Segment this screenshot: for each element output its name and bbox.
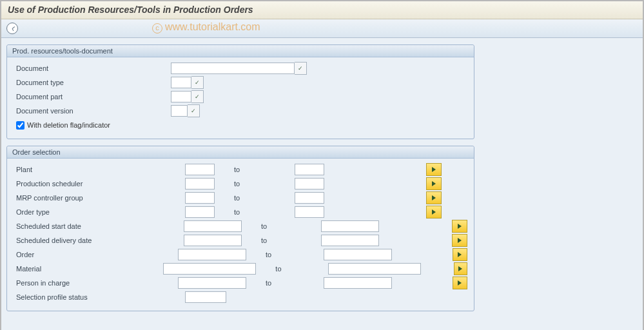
order-row-sel_profile: Selection profile status — [14, 290, 467, 304]
sched_start-to-input[interactable] — [321, 220, 379, 232]
order-label: Order — [14, 251, 178, 258]
deletion-flag-checkbox[interactable] — [16, 121, 24, 130]
material-to-input[interactable] — [328, 263, 421, 275]
plant-to-label: to — [215, 166, 295, 173]
deletion-flag-label: With deletion flag/indicator — [27, 121, 110, 129]
plant-from-input[interactable] — [185, 164, 215, 175]
document-label: Document — [14, 64, 171, 72]
order_type-to-label: to — [215, 208, 295, 216]
sched_delivery-to-input[interactable] — [321, 235, 379, 246]
person-multiselect-button[interactable] — [453, 277, 467, 289]
document-input[interactable] — [171, 63, 295, 74]
order_type-to-input[interactable] — [295, 206, 324, 218]
sched_start-multiselect-button[interactable] — [452, 220, 467, 233]
doc-version-label: Document version — [14, 107, 171, 115]
person-to-label: to — [246, 279, 324, 287]
sched_delivery-multiselect-button[interactable] — [452, 234, 467, 247]
order-multiselect-button[interactable] — [453, 248, 467, 261]
mrp_group-multiselect-button[interactable] — [426, 191, 442, 204]
doc-part-input[interactable] — [171, 91, 191, 102]
sched_start-label: Scheduled start date — [14, 222, 184, 230]
prod_scheduler-to-input[interactable] — [295, 178, 324, 189]
sel_profile-label: Selection profile status — [14, 293, 185, 301]
order_type-from-input[interactable] — [185, 206, 215, 218]
sel_profile-from-input[interactable] — [185, 291, 226, 303]
order-row-order_type: Order typeto — [14, 205, 467, 219]
sched_delivery-to-label: to — [242, 237, 321, 244]
person-label: Person in charge — [14, 279, 178, 287]
mrp_group-to-input[interactable] — [295, 192, 324, 204]
order-row-order: Orderto — [14, 248, 467, 262]
sched_start-from-input[interactable] — [184, 220, 242, 232]
order-row-person: Person in chargeto — [14, 276, 467, 290]
execute-icon[interactable] — [6, 23, 18, 34]
toolbar — [1, 19, 643, 38]
doc-version-input[interactable] — [171, 105, 188, 117]
order-row-plant: Plantto — [14, 162, 467, 177]
arrow-right-icon — [432, 195, 436, 200]
doc-type-label: Document type — [14, 79, 171, 86]
material-to-label: to — [256, 265, 328, 273]
arrow-right-icon — [458, 224, 462, 229]
plant-multiselect-button[interactable] — [426, 163, 442, 176]
material-multiselect-button[interactable] — [454, 262, 467, 275]
arrow-right-icon — [432, 167, 436, 172]
prod_scheduler-from-input[interactable] — [185, 178, 215, 189]
person-from-input[interactable] — [178, 277, 246, 289]
group-doc: Prod. resources/tools-document Document … — [6, 44, 474, 139]
order-row-mrp_group: MRP controller groupto — [14, 191, 467, 205]
doc-part-matchcode-icon[interactable]: ✓ — [191, 90, 204, 103]
doc-part-label: Document part — [14, 93, 171, 101]
prod_scheduler-label: Production scheduler — [14, 180, 185, 188]
document-matchcode-icon[interactable]: ✓ — [295, 62, 307, 75]
arrow-right-icon — [458, 280, 462, 286]
plant-label: Plant — [14, 166, 185, 173]
order-row-sched_delivery: Scheduled delivery dateto — [14, 233, 467, 248]
arrow-right-icon — [458, 266, 462, 271]
person-to-input[interactable] — [324, 277, 392, 289]
mrp_group-label: MRP controller group — [14, 194, 185, 202]
mrp_group-from-input[interactable] — [185, 192, 215, 204]
doc-type-matchcode-icon[interactable]: ✓ — [191, 76, 204, 89]
arrow-right-icon — [432, 209, 436, 215]
material-label: Material — [14, 265, 163, 273]
sched_start-to-label: to — [242, 222, 321, 230]
sched_delivery-from-input[interactable] — [184, 235, 242, 246]
order_type-label: Order type — [14, 208, 185, 216]
sched_delivery-label: Scheduled delivery date — [14, 237, 184, 244]
plant-to-input[interactable] — [295, 164, 324, 175]
doc-type-input[interactable] — [171, 77, 191, 88]
group-order-header: Order selection — [7, 146, 474, 159]
arrow-right-icon — [458, 238, 462, 243]
order-to-input[interactable] — [324, 249, 392, 260]
order-row-material: Materialto — [14, 262, 467, 276]
order-from-input[interactable] — [178, 249, 246, 260]
page-title: Use of Production Resources/Tools in Pro… — [1, 1, 643, 19]
prod_scheduler-multiselect-button[interactable] — [426, 177, 442, 190]
material-from-input[interactable] — [163, 263, 256, 275]
order_type-multiselect-button[interactable] — [426, 206, 442, 218]
mrp_group-to-label: to — [215, 194, 295, 202]
order-to-label: to — [246, 251, 324, 258]
group-order: Order selection PlanttoProduction schedu… — [6, 146, 474, 311]
order-row-prod_scheduler: Production schedulerto — [14, 177, 467, 191]
group-doc-header: Prod. resources/tools-document — [7, 45, 474, 57]
prod_scheduler-to-label: to — [215, 180, 295, 188]
arrow-right-icon — [458, 252, 462, 257]
doc-version-matchcode-icon[interactable]: ✓ — [188, 104, 200, 117]
order-row-sched_start: Scheduled start dateto — [14, 219, 467, 233]
arrow-right-icon — [432, 181, 436, 186]
